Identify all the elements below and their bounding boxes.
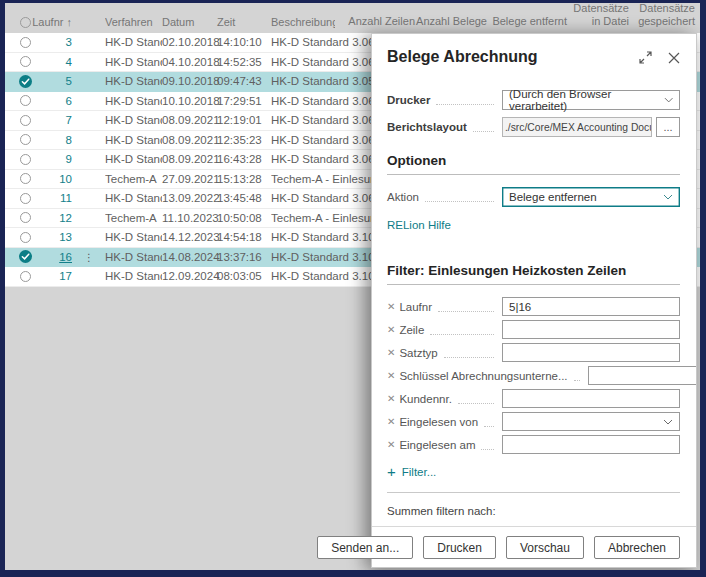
cell-verfahren: HK-D Standa... [105, 95, 162, 107]
filter-input-field[interactable] [509, 347, 673, 359]
dialog-title: Belege Abrechnung [387, 48, 639, 66]
cancel-button[interactable]: Abbrechen [594, 536, 680, 559]
close-dialog-icon[interactable] [668, 52, 680, 64]
remove-filter-icon[interactable]: ✕ [387, 439, 395, 450]
cell-datum: 11.10.2023 [162, 212, 217, 224]
column-header-datensaetze-gespeichert[interactable]: Datensätze gespeichert [629, 2, 695, 28]
row-checkbox[interactable] [20, 193, 31, 204]
cell-verfahren: HK-D Standa... [105, 56, 162, 68]
expand-dialog-icon[interactable] [639, 51, 652, 64]
cell-datum: 12.09.2024 [162, 270, 217, 282]
select-all-checkbox[interactable] [20, 17, 31, 28]
filter-label: Laufnr [399, 301, 432, 313]
column-header-datum[interactable]: Datum [162, 16, 217, 28]
cell-zeit: 14:52:35 [217, 56, 271, 68]
column-header-belege-entfernt[interactable]: Belege entfernt [487, 15, 567, 28]
print-button[interactable]: Drucken [423, 536, 496, 559]
filter-row: ✕ Schlüssel Abrechnungsunterne... [387, 366, 680, 385]
row-checkbox[interactable] [20, 56, 31, 67]
column-header-anzahl-zeilen[interactable]: Anzahl Zeilen [335, 15, 415, 28]
preview-button[interactable]: Vorschau [506, 536, 584, 559]
cell-datum: 08.09.2021 [162, 114, 217, 126]
remove-filter-icon[interactable]: ✕ [387, 393, 395, 404]
cell-zeit: 10:50:08 [217, 212, 271, 224]
filter-select[interactable] [588, 366, 696, 385]
filter-rows: ✕ Laufnr ✕ Zeile ✕ Satztyp ✕ Schlüssel A… [387, 297, 680, 454]
filter-label: Kundennr. [399, 393, 451, 405]
filter-input[interactable] [502, 389, 680, 408]
filter-input-field[interactable] [509, 439, 673, 451]
cell-verfahren: HK-D Standa... [105, 75, 162, 87]
laufnr-link[interactable]: 10 [59, 173, 72, 185]
filter-input[interactable] [502, 435, 680, 454]
filter-row: ✕ Zeile [387, 320, 680, 339]
dotted-leader [438, 302, 494, 312]
cell-zeit: 12:19:01 [217, 114, 271, 126]
remove-filter-icon[interactable]: ✕ [387, 416, 395, 427]
send-to-button[interactable]: Senden an... [317, 536, 413, 559]
row-checkbox[interactable] [20, 173, 31, 184]
filter-label: Satztyp [399, 347, 437, 359]
filter-row: ✕ Satztyp [387, 343, 680, 362]
row-checkbox[interactable] [20, 134, 31, 145]
cell-zeit: 12:35:23 [217, 134, 271, 146]
laufnr-link[interactable]: 11 [60, 192, 72, 204]
cell-verfahren: HK-D Standa... [105, 251, 162, 263]
row-selected-check-icon[interactable] [19, 75, 32, 88]
report-layout-assist-button[interactable]: ... [656, 117, 680, 137]
row-context-menu-icon[interactable]: ⋮ [84, 252, 94, 263]
filter-select[interactable] [502, 412, 680, 431]
remove-filter-icon[interactable]: ✕ [387, 347, 395, 358]
laufnr-link[interactable]: 13 [59, 231, 72, 243]
printer-label: Drucker [387, 94, 430, 106]
row-checkbox[interactable] [20, 232, 31, 243]
filter-label: Schlüssel Abrechnungsunterne... [399, 370, 567, 382]
column-header-verfahren[interactable]: Verfahren [105, 16, 162, 28]
filter-row: ✕ Eingelesen am [387, 435, 680, 454]
relion-help-link[interactable]: RELion Hilfe [387, 219, 451, 231]
row-checkbox[interactable] [20, 212, 31, 223]
aktion-select[interactable]: Belege entfernen [502, 187, 680, 207]
aktion-label: Aktion [387, 191, 419, 203]
plus-icon: + [387, 466, 396, 478]
filter-input-field[interactable] [509, 324, 673, 336]
cell-verfahren: Techem-A [105, 212, 162, 224]
printer-select[interactable]: (Durch den Browser verarbeitet) [502, 90, 680, 110]
filter-input-field[interactable] [509, 393, 673, 405]
cell-zeit: 16:43:28 [217, 153, 271, 165]
cell-datum: 13.09.2022 [162, 192, 217, 204]
laufnr-link[interactable]: 16 [59, 251, 72, 263]
cell-zeit: 14:10:10 [217, 36, 271, 48]
cell-verfahren: HK-D Standa... [105, 36, 162, 48]
row-checkbox[interactable] [20, 95, 31, 106]
cell-verfahren: HK-D Standa... [105, 231, 162, 243]
filter-label: Eingelesen von [399, 416, 478, 428]
column-header-zeit[interactable]: Zeit [217, 16, 271, 28]
cell-datum: 27.09.2021 [162, 173, 217, 185]
row-selected-check-icon[interactable] [19, 250, 32, 263]
filter-label: Zeile [399, 324, 424, 336]
filter-input[interactable] [502, 343, 680, 362]
row-checkbox[interactable] [20, 154, 31, 165]
dotted-leader [473, 122, 494, 132]
laufnr-link[interactable]: 12 [59, 212, 72, 224]
remove-filter-icon[interactable]: ✕ [387, 301, 395, 312]
column-header-laufnr[interactable]: Laufnr ↑ [45, 16, 72, 28]
column-header-beschreibung[interactable]: Beschreibung [271, 16, 335, 28]
row-checkbox[interactable] [20, 37, 31, 48]
filter-input[interactable] [502, 297, 680, 316]
remove-filter-icon[interactable]: ✕ [387, 324, 395, 335]
cell-datum: 08.09.2021 [162, 134, 217, 146]
column-header-anzahl-belege[interactable]: Anzahl Belege [415, 15, 487, 28]
row-checkbox[interactable] [20, 115, 31, 126]
add-filter-button[interactable]: + Filter... [387, 466, 680, 478]
report-layout-label: Berichtslayout [387, 121, 467, 133]
filter-input[interactable] [502, 320, 680, 339]
remove-filter-icon[interactable]: ✕ [387, 370, 395, 381]
cell-zeit: 13:37:16 [217, 251, 271, 263]
filter-input-field[interactable] [509, 301, 673, 313]
app-window: Laufnr ↑ Verfahren Datum Zeit Beschreibu… [0, 0, 706, 577]
row-checkbox[interactable] [20, 271, 31, 282]
column-header-datensaetze-in-datei[interactable]: Datensätze in Datei [567, 2, 629, 28]
laufnr-link[interactable]: 17 [59, 270, 72, 282]
